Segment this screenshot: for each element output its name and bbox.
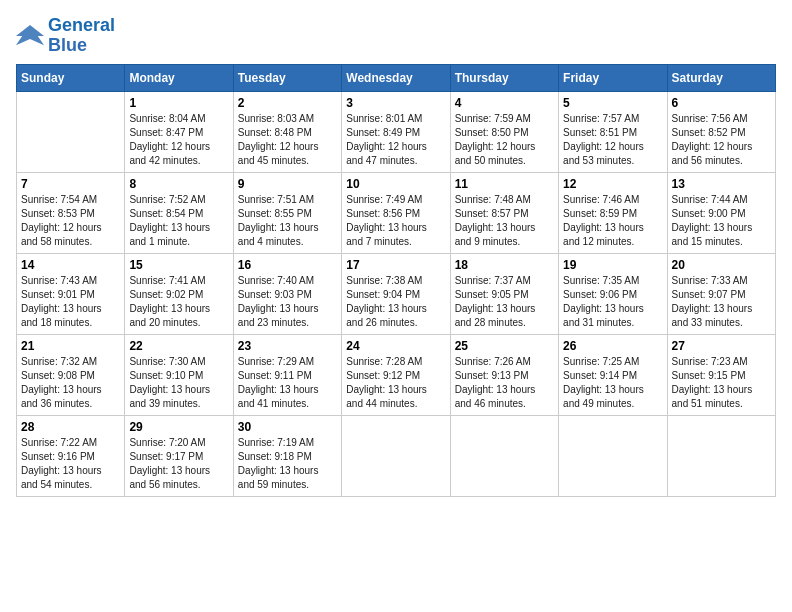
day-number: 8: [129, 177, 228, 191]
calendar-cell: 16Sunrise: 7:40 AM Sunset: 9:03 PM Dayli…: [233, 253, 341, 334]
day-number: 11: [455, 177, 554, 191]
day-info: Sunrise: 7:19 AM Sunset: 9:18 PM Dayligh…: [238, 436, 337, 492]
calendar-cell: 8Sunrise: 7:52 AM Sunset: 8:54 PM Daylig…: [125, 172, 233, 253]
calendar-cell: [667, 415, 775, 496]
day-info: Sunrise: 7:20 AM Sunset: 9:17 PM Dayligh…: [129, 436, 228, 492]
calendar-week: 7Sunrise: 7:54 AM Sunset: 8:53 PM Daylig…: [17, 172, 776, 253]
weekday-header: Tuesday: [233, 64, 341, 91]
day-info: Sunrise: 7:56 AM Sunset: 8:52 PM Dayligh…: [672, 112, 771, 168]
day-info: Sunrise: 7:49 AM Sunset: 8:56 PM Dayligh…: [346, 193, 445, 249]
day-info: Sunrise: 7:52 AM Sunset: 8:54 PM Dayligh…: [129, 193, 228, 249]
day-number: 4: [455, 96, 554, 110]
day-info: Sunrise: 7:40 AM Sunset: 9:03 PM Dayligh…: [238, 274, 337, 330]
calendar-cell: 9Sunrise: 7:51 AM Sunset: 8:55 PM Daylig…: [233, 172, 341, 253]
calendar-cell: 30Sunrise: 7:19 AM Sunset: 9:18 PM Dayli…: [233, 415, 341, 496]
day-info: Sunrise: 7:46 AM Sunset: 8:59 PM Dayligh…: [563, 193, 662, 249]
day-info: Sunrise: 7:37 AM Sunset: 9:05 PM Dayligh…: [455, 274, 554, 330]
calendar-cell: 29Sunrise: 7:20 AM Sunset: 9:17 PM Dayli…: [125, 415, 233, 496]
calendar-cell: 4Sunrise: 7:59 AM Sunset: 8:50 PM Daylig…: [450, 91, 558, 172]
day-info: Sunrise: 7:32 AM Sunset: 9:08 PM Dayligh…: [21, 355, 120, 411]
calendar-table: SundayMondayTuesdayWednesdayThursdayFrid…: [16, 64, 776, 497]
day-info: Sunrise: 7:51 AM Sunset: 8:55 PM Dayligh…: [238, 193, 337, 249]
day-number: 10: [346, 177, 445, 191]
day-info: Sunrise: 8:03 AM Sunset: 8:48 PM Dayligh…: [238, 112, 337, 168]
calendar-cell: 3Sunrise: 8:01 AM Sunset: 8:49 PM Daylig…: [342, 91, 450, 172]
day-number: 6: [672, 96, 771, 110]
day-number: 16: [238, 258, 337, 272]
logo-text: General Blue: [48, 16, 115, 56]
day-number: 27: [672, 339, 771, 353]
day-info: Sunrise: 7:30 AM Sunset: 9:10 PM Dayligh…: [129, 355, 228, 411]
day-info: Sunrise: 8:01 AM Sunset: 8:49 PM Dayligh…: [346, 112, 445, 168]
day-number: 28: [21, 420, 120, 434]
day-info: Sunrise: 7:43 AM Sunset: 9:01 PM Dayligh…: [21, 274, 120, 330]
day-info: Sunrise: 7:35 AM Sunset: 9:06 PM Dayligh…: [563, 274, 662, 330]
calendar-cell: 20Sunrise: 7:33 AM Sunset: 9:07 PM Dayli…: [667, 253, 775, 334]
day-number: 15: [129, 258, 228, 272]
calendar-cell: 19Sunrise: 7:35 AM Sunset: 9:06 PM Dayli…: [559, 253, 667, 334]
calendar-cell: 10Sunrise: 7:49 AM Sunset: 8:56 PM Dayli…: [342, 172, 450, 253]
day-number: 14: [21, 258, 120, 272]
day-info: Sunrise: 7:59 AM Sunset: 8:50 PM Dayligh…: [455, 112, 554, 168]
day-number: 2: [238, 96, 337, 110]
day-number: 29: [129, 420, 228, 434]
calendar-body: 1Sunrise: 8:04 AM Sunset: 8:47 PM Daylig…: [17, 91, 776, 496]
day-number: 23: [238, 339, 337, 353]
weekday-header: Wednesday: [342, 64, 450, 91]
calendar-cell: 14Sunrise: 7:43 AM Sunset: 9:01 PM Dayli…: [17, 253, 125, 334]
calendar-week: 1Sunrise: 8:04 AM Sunset: 8:47 PM Daylig…: [17, 91, 776, 172]
weekday-header: Thursday: [450, 64, 558, 91]
day-info: Sunrise: 7:25 AM Sunset: 9:14 PM Dayligh…: [563, 355, 662, 411]
day-number: 1: [129, 96, 228, 110]
weekday-header: Sunday: [17, 64, 125, 91]
calendar-cell: 17Sunrise: 7:38 AM Sunset: 9:04 PM Dayli…: [342, 253, 450, 334]
calendar-cell: [559, 415, 667, 496]
day-info: Sunrise: 7:33 AM Sunset: 9:07 PM Dayligh…: [672, 274, 771, 330]
day-number: 21: [21, 339, 120, 353]
calendar-cell: 6Sunrise: 7:56 AM Sunset: 8:52 PM Daylig…: [667, 91, 775, 172]
calendar-week: 28Sunrise: 7:22 AM Sunset: 9:16 PM Dayli…: [17, 415, 776, 496]
calendar-week: 14Sunrise: 7:43 AM Sunset: 9:01 PM Dayli…: [17, 253, 776, 334]
calendar-cell: [17, 91, 125, 172]
calendar-cell: 26Sunrise: 7:25 AM Sunset: 9:14 PM Dayli…: [559, 334, 667, 415]
day-info: Sunrise: 7:28 AM Sunset: 9:12 PM Dayligh…: [346, 355, 445, 411]
day-info: Sunrise: 7:54 AM Sunset: 8:53 PM Dayligh…: [21, 193, 120, 249]
day-number: 22: [129, 339, 228, 353]
calendar-cell: 21Sunrise: 7:32 AM Sunset: 9:08 PM Dayli…: [17, 334, 125, 415]
day-number: 5: [563, 96, 662, 110]
calendar-cell: 27Sunrise: 7:23 AM Sunset: 9:15 PM Dayli…: [667, 334, 775, 415]
calendar-cell: 28Sunrise: 7:22 AM Sunset: 9:16 PM Dayli…: [17, 415, 125, 496]
calendar-cell: 12Sunrise: 7:46 AM Sunset: 8:59 PM Dayli…: [559, 172, 667, 253]
day-info: Sunrise: 7:29 AM Sunset: 9:11 PM Dayligh…: [238, 355, 337, 411]
day-info: Sunrise: 7:57 AM Sunset: 8:51 PM Dayligh…: [563, 112, 662, 168]
calendar-cell: 2Sunrise: 8:03 AM Sunset: 8:48 PM Daylig…: [233, 91, 341, 172]
day-number: 12: [563, 177, 662, 191]
calendar-cell: [450, 415, 558, 496]
calendar-cell: 23Sunrise: 7:29 AM Sunset: 9:11 PM Dayli…: [233, 334, 341, 415]
calendar-header: SundayMondayTuesdayWednesdayThursdayFrid…: [17, 64, 776, 91]
day-info: Sunrise: 7:41 AM Sunset: 9:02 PM Dayligh…: [129, 274, 228, 330]
calendar-cell: 15Sunrise: 7:41 AM Sunset: 9:02 PM Dayli…: [125, 253, 233, 334]
day-number: 18: [455, 258, 554, 272]
logo: General Blue: [16, 16, 115, 56]
day-info: Sunrise: 7:23 AM Sunset: 9:15 PM Dayligh…: [672, 355, 771, 411]
calendar-cell: 5Sunrise: 7:57 AM Sunset: 8:51 PM Daylig…: [559, 91, 667, 172]
calendar-cell: 11Sunrise: 7:48 AM Sunset: 8:57 PM Dayli…: [450, 172, 558, 253]
day-number: 9: [238, 177, 337, 191]
day-number: 19: [563, 258, 662, 272]
day-number: 13: [672, 177, 771, 191]
weekday-header: Saturday: [667, 64, 775, 91]
calendar-cell: 1Sunrise: 8:04 AM Sunset: 8:47 PM Daylig…: [125, 91, 233, 172]
calendar-cell: 22Sunrise: 7:30 AM Sunset: 9:10 PM Dayli…: [125, 334, 233, 415]
day-number: 20: [672, 258, 771, 272]
day-info: Sunrise: 7:48 AM Sunset: 8:57 PM Dayligh…: [455, 193, 554, 249]
calendar-cell: 24Sunrise: 7:28 AM Sunset: 9:12 PM Dayli…: [342, 334, 450, 415]
day-info: Sunrise: 8:04 AM Sunset: 8:47 PM Dayligh…: [129, 112, 228, 168]
svg-marker-0: [16, 25, 44, 45]
page-header: General Blue: [16, 16, 776, 56]
calendar-cell: 7Sunrise: 7:54 AM Sunset: 8:53 PM Daylig…: [17, 172, 125, 253]
day-number: 24: [346, 339, 445, 353]
day-info: Sunrise: 7:22 AM Sunset: 9:16 PM Dayligh…: [21, 436, 120, 492]
day-number: 3: [346, 96, 445, 110]
weekday-header: Friday: [559, 64, 667, 91]
